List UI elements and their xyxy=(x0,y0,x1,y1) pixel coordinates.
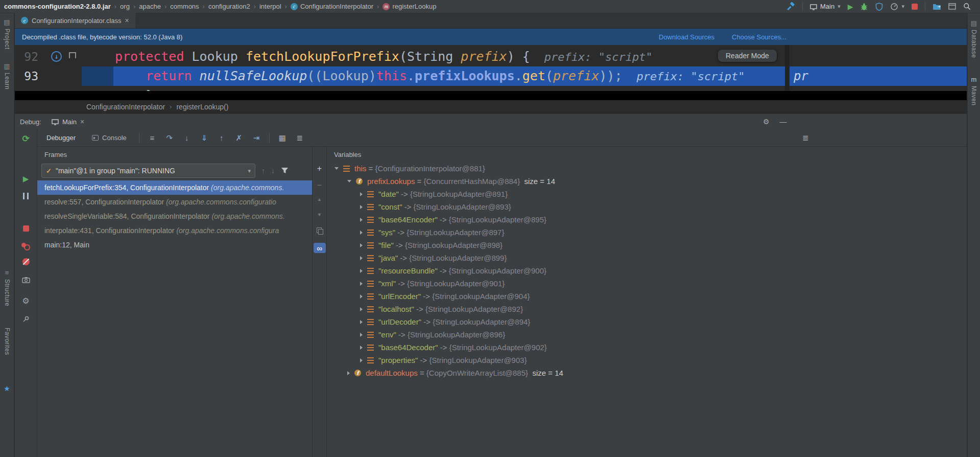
tool-button-learn[interactable]: ▥ Learn xyxy=(0,62,14,89)
gutter-marker-icon[interactable] xyxy=(69,52,76,60)
debug-settings-button[interactable]: ⚙ xyxy=(15,296,37,306)
chevron-right-icon[interactable] xyxy=(360,243,363,247)
chevron-right-icon[interactable] xyxy=(360,205,363,209)
chevron-right-icon[interactable] xyxy=(360,346,363,350)
search-icon[interactable] xyxy=(963,3,971,10)
copy-stack-button[interactable] xyxy=(313,227,326,234)
tool-button-database[interactable]: ▤ Database xyxy=(968,19,980,58)
variable-row[interactable]: fprefixLookups = {ConcurrentHashMap@884}… xyxy=(327,175,967,188)
reader-mode-toggle[interactable]: Reader Mode xyxy=(718,50,777,62)
debug-bug-icon[interactable] xyxy=(860,3,868,11)
tool-button-project[interactable]: ▤ Project xyxy=(0,18,14,50)
stop-button[interactable] xyxy=(912,4,918,10)
chevron-right-icon[interactable] xyxy=(360,333,363,337)
breadcrumb-item[interactable]: interpol xyxy=(259,3,281,10)
variable-row[interactable]: "localhost" -> {StringLookupAdapter@892} xyxy=(327,303,967,315)
implements-method-icon[interactable]: ↓ xyxy=(51,51,62,62)
editor-split-pane[interactable]: pr xyxy=(790,45,967,91)
previous-frame-button[interactable]: ↑ xyxy=(261,167,265,175)
remove-watch-button[interactable]: − xyxy=(313,180,326,189)
breadcrumb-item[interactable]: commons-configuration2-2.8.0.jar xyxy=(4,3,111,10)
line-number[interactable]: 92 xyxy=(18,47,38,66)
rerun-debug-button[interactable]: ⟳ xyxy=(15,133,37,144)
stack-frame-row[interactable]: fetchLookupForPrefix:354, ConfigurationI… xyxy=(37,180,312,195)
force-step-into-icon[interactable]: ⇓ xyxy=(198,133,211,143)
chevron-right-icon[interactable] xyxy=(360,192,363,196)
run-to-cursor-icon[interactable]: ⇥ xyxy=(250,133,263,143)
stack-frame-row[interactable]: main:12, Main xyxy=(37,238,312,252)
editor-tab[interactable]: c ConfigurationInterpolator.class × xyxy=(15,13,135,28)
variable-row[interactable]: this = {ConfigurationInterpolator@881} xyxy=(327,162,967,175)
editor-scrollbar[interactable] xyxy=(785,45,790,91)
variable-row[interactable]: "urlEncoder" -> {StringLookupAdapter@904… xyxy=(327,290,967,303)
tab-console[interactable]: Console xyxy=(86,129,133,146)
chevron-right-icon[interactable] xyxy=(360,320,363,324)
variable-row[interactable]: "resourceBundle" -> {StringLookupAdapter… xyxy=(327,264,967,277)
scroll-up-button[interactable]: ▲ xyxy=(313,197,326,202)
chevron-right-icon[interactable] xyxy=(360,269,363,273)
tool-button-structure[interactable]: ≡ Structure xyxy=(0,269,14,306)
choose-sources-link[interactable]: Choose Sources... xyxy=(732,33,786,41)
breadcrumb-item[interactable]: cConfigurationInterpolator xyxy=(291,3,373,10)
add-watch-button[interactable]: + xyxy=(313,164,326,173)
view-options-icon[interactable]: ≣ xyxy=(293,133,306,143)
variable-row[interactable]: "properties" -> {StringLookupAdapter@903… xyxy=(327,354,967,367)
variable-row[interactable]: "java" -> {StringLookupAdapter@899} xyxy=(327,252,967,264)
chevron-right-icon[interactable] xyxy=(360,294,363,299)
breadcrumb-item[interactable]: mregisterLookup xyxy=(383,3,436,10)
close-icon[interactable]: × xyxy=(125,16,129,25)
step-over-icon[interactable]: ↷ xyxy=(163,133,176,143)
next-frame-button[interactable]: ↓ xyxy=(271,167,275,175)
stack-frame-row[interactable]: interpolate:431, ConfigurationInterpolat… xyxy=(37,223,312,238)
line-number[interactable]: 93 xyxy=(18,66,38,86)
build-hammer-icon[interactable] xyxy=(786,2,795,11)
chevron-down-icon[interactable] xyxy=(334,167,339,170)
breadcrumb-item[interactable]: ConfigurationInterpolator xyxy=(86,103,165,111)
step-out-icon[interactable]: ↑ xyxy=(215,133,228,142)
drop-frame-icon[interactable]: ✗ xyxy=(232,133,246,143)
pin-button[interactable] xyxy=(15,315,37,323)
chevron-right-icon[interactable] xyxy=(360,256,363,260)
chevron-right-icon[interactable] xyxy=(360,307,363,311)
tab-debugger[interactable]: Debugger xyxy=(40,129,82,146)
variable-row[interactable]: "base64Encoder" -> {StringLookupAdapter@… xyxy=(327,213,967,226)
pause-button[interactable] xyxy=(15,193,37,199)
step-into-icon[interactable]: ↓ xyxy=(180,133,194,142)
breadcrumb-item[interactable]: apache xyxy=(139,3,161,10)
scroll-down-button[interactable]: ▼ xyxy=(313,212,326,217)
show-watches-toggle[interactable]: ∞ xyxy=(313,243,326,253)
breadcrumb-item[interactable]: commons xyxy=(170,3,199,10)
evaluate-expression-icon[interactable]: ▦ xyxy=(276,133,289,143)
show-execution-point-icon[interactable]: ≡ xyxy=(146,133,159,142)
variable-row[interactable]: "urlDecoder" -> {StringLookupAdapter@894… xyxy=(327,315,967,328)
breadcrumb-item[interactable]: registerLookup() xyxy=(176,103,228,111)
layout-settings-icon[interactable]: ≣ xyxy=(802,133,809,143)
thread-selector[interactable]: ✓ "main"@1 in group "main": RUNNING ▾ xyxy=(41,164,255,178)
resume-button[interactable]: ▶ xyxy=(15,174,37,184)
variable-row[interactable]: "const" -> {StringLookupAdapter@893} xyxy=(327,200,967,213)
breadcrumb-item[interactable]: configuration2 xyxy=(208,3,250,10)
variable-row[interactable]: "sys" -> {StringLookupAdapter@897} xyxy=(327,226,967,239)
chevron-right-icon[interactable] xyxy=(360,282,363,286)
variable-row[interactable]: "xml" -> {StringLookupAdapter@901} xyxy=(327,277,967,290)
run-configuration-selector[interactable]: Main ▾ xyxy=(810,3,841,10)
variable-row[interactable]: "file" -> {StringLookupAdapter@898} xyxy=(327,239,967,252)
screenshot-camera-button[interactable] xyxy=(15,277,37,283)
view-breakpoints-button[interactable] xyxy=(15,243,37,250)
gear-icon[interactable]: ⚙ xyxy=(763,118,770,126)
hide-library-frames-filter-icon[interactable] xyxy=(281,167,289,174)
variable-row[interactable]: "date" -> {StringLookupAdapter@891} xyxy=(327,188,967,200)
coverage-shield-icon[interactable] xyxy=(875,3,883,11)
tool-button-favorites[interactable]: Favorites xyxy=(0,328,14,355)
download-sources-link[interactable]: Download Sources xyxy=(659,33,714,41)
favorites-star-button[interactable]: ★ xyxy=(0,384,14,393)
folder-icon[interactable] xyxy=(933,3,941,10)
chevron-right-icon[interactable] xyxy=(360,358,363,362)
chevron-right-icon[interactable] xyxy=(360,218,363,222)
variable-row[interactable]: fdefaultLookups = {CopyOnWriteArrayList@… xyxy=(327,367,967,379)
minimize-icon[interactable]: — xyxy=(780,118,787,126)
code-editor[interactable]: 92↓protected Lookup fetchLookupForPrefix… xyxy=(15,45,967,100)
breadcrumb-item[interactable]: org xyxy=(120,3,130,10)
stack-frame-row[interactable]: resolve:557, ConfigurationInterpolator (… xyxy=(37,195,312,209)
close-icon[interactable]: × xyxy=(80,118,84,126)
